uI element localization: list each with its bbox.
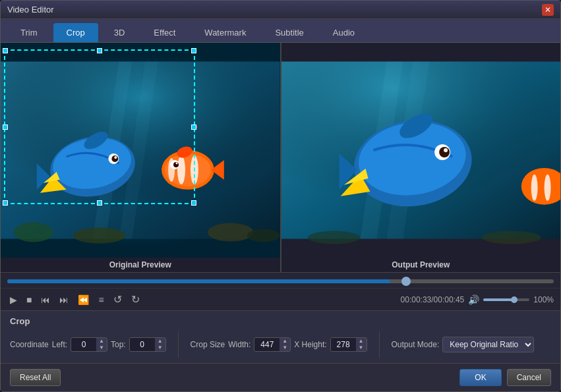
tab-3d[interactable]: 3D	[101, 23, 138, 42]
bottom-bar: Reset All OK Cancel	[1, 363, 560, 391]
svg-point-6	[208, 223, 254, 242]
time-display: 00:00:33/00:00:45 🔊 100%	[401, 294, 554, 305]
width-label: Width:	[228, 340, 251, 349]
control-divider-2	[379, 331, 380, 358]
svg-point-20	[191, 155, 198, 184]
rotate-right-button[interactable]: ↻	[129, 292, 142, 307]
width-spin-down[interactable]: ▼	[280, 345, 290, 351]
stop-button[interactable]: ■	[24, 293, 34, 306]
svg-point-41	[531, 175, 537, 201]
svg-point-39	[444, 148, 448, 152]
height-spin-up[interactable]: ▲	[356, 338, 367, 345]
original-video-preview	[1, 43, 280, 258]
coordinate-label: Coordinate	[10, 340, 49, 349]
output-preview-panel: Output Preview	[281, 43, 561, 272]
size-label: Crop Size	[191, 340, 225, 349]
svg-point-38	[439, 147, 450, 157]
svg-point-19	[177, 155, 185, 184]
coordinate-group: Coordinate Left: ▲ ▼ Top: ▲ ▼	[10, 337, 166, 352]
play-button[interactable]: ▶	[7, 293, 20, 306]
rotate-left-button[interactable]: ↺	[111, 292, 125, 307]
close-button[interactable]: ✕	[542, 4, 554, 16]
volume-slider[interactable]	[483, 298, 529, 301]
crop-section: Crop Coordinate Left: ▲ ▼ Top: ▲	[1, 310, 560, 363]
crop-size-group: Crop Size Width: ▲ ▼ X Height: ▲ ▼	[191, 337, 367, 352]
tab-subtitle[interactable]: Subtitle	[262, 23, 316, 42]
left-input[interactable]	[71, 338, 96, 351]
tab-crop[interactable]: Crop	[53, 23, 98, 42]
output-mode-label: Output Mode:	[392, 340, 440, 349]
timeline-slider[interactable]	[7, 279, 554, 283]
step-back-button[interactable]: ⏪	[75, 293, 92, 306]
action-buttons: OK Cancel	[459, 369, 551, 386]
tab-effect[interactable]: Effect	[140, 23, 189, 42]
height-input[interactable]	[331, 338, 356, 351]
tab-bar: Trim Crop 3D Effect Watermark Subtitle A…	[1, 19, 560, 43]
output-mode-select[interactable]: Keep Original Ratio Full Screen Custom	[442, 337, 534, 352]
top-spin-up[interactable]: ▲	[155, 338, 165, 345]
svg-point-7	[247, 229, 280, 242]
timeline-area	[1, 272, 560, 288]
controls-bar: ▶ ■ ⏮ ⏭ ⏪ ≡ ↺ ↻ 00:00:33/00:00:45 🔊 100%	[1, 288, 560, 310]
reset-all-button[interactable]: Reset All	[10, 369, 61, 386]
top-spin-down[interactable]: ▼	[155, 345, 165, 351]
svg-point-43	[307, 231, 360, 244]
height-label: X Height:	[294, 340, 326, 349]
top-input[interactable]	[130, 338, 155, 351]
svg-point-42	[544, 175, 550, 201]
crop-controls: Coordinate Left: ▲ ▼ Top: ▲ ▼	[10, 331, 551, 358]
svg-point-5	[73, 228, 126, 244]
cancel-button[interactable]: Cancel	[507, 369, 551, 386]
output-video-preview	[281, 43, 561, 258]
crop-section-title: Crop	[10, 316, 551, 326]
svg-point-14	[114, 156, 117, 159]
volume-percent: 100%	[533, 295, 554, 304]
width-input-wrap: ▲ ▼	[254, 337, 291, 352]
width-input[interactable]	[254, 338, 280, 351]
tab-audio[interactable]: Audio	[320, 23, 368, 42]
volume-icon: 🔊	[468, 294, 479, 305]
height-spin-down[interactable]: ▼	[356, 345, 367, 351]
left-spin-up[interactable]: ▲	[96, 338, 107, 345]
control-divider-1	[178, 331, 179, 358]
title-bar: Video Editor ✕	[1, 1, 560, 19]
tab-watermark[interactable]: Watermark	[191, 23, 259, 42]
top-label: Top:	[111, 340, 126, 349]
equalizer-button[interactable]: ≡	[96, 293, 106, 306]
left-label: Left:	[52, 340, 67, 349]
time-text: 00:00:33/00:00:45	[401, 295, 465, 304]
tab-trim[interactable]: Trim	[7, 23, 51, 42]
svg-point-44	[481, 231, 541, 244]
prev-button[interactable]: ⏮	[38, 293, 53, 306]
width-spin-up[interactable]: ▲	[280, 338, 290, 345]
original-scene-svg	[1, 43, 280, 258]
svg-point-4	[14, 223, 53, 242]
height-input-wrap: ▲ ▼	[330, 337, 367, 352]
top-input-wrap: ▲ ▼	[129, 337, 166, 352]
original-preview-panel: Original Preview	[1, 43, 280, 272]
next-button[interactable]: ⏭	[57, 293, 71, 306]
preview-area: Original Preview	[1, 43, 560, 272]
ok-button[interactable]: OK	[459, 369, 501, 386]
svg-point-25	[176, 162, 178, 164]
left-spin-down[interactable]: ▼	[96, 345, 107, 351]
output-mode-group: Output Mode: Keep Original Ratio Full Sc…	[392, 337, 535, 352]
video-editor-window: Video Editor ✕ Trim Crop 3D Effect Water…	[0, 0, 561, 392]
left-input-wrap: ▲ ▼	[71, 337, 107, 352]
output-label: Output Preview	[392, 258, 450, 272]
original-label: Original Preview	[109, 258, 171, 272]
output-scene-svg	[281, 43, 561, 258]
window-title: Video Editor	[7, 5, 54, 14]
